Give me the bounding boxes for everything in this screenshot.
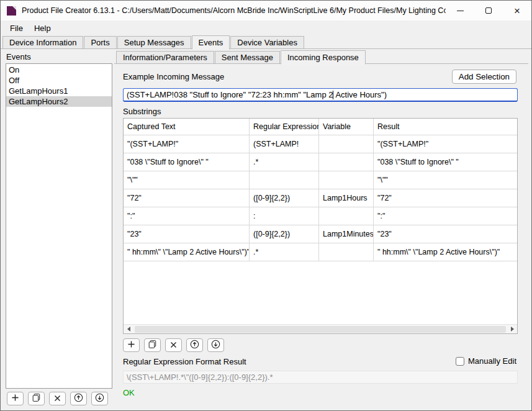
scroll-right-button[interactable] [507,325,517,334]
cell-variable[interactable] [319,171,374,189]
minimize-button[interactable] [446,1,474,20]
tab-information-parameters[interactable]: Information/Parameters [116,51,214,64]
table-row[interactable]: ":" : ":" [124,207,517,225]
tab-ports[interactable]: Ports [84,36,116,49]
response-tab-bar: Information/Parameters Sent Message Inco… [116,50,366,64]
cell-variable[interactable] [319,153,374,171]
duplicate-substring-button[interactable] [144,338,161,352]
cell-captured-text[interactable]: "(SST+LAMP!" [124,135,250,153]
substrings-toolbar [123,338,224,352]
cell-regular-expression[interactable]: .* [250,243,319,261]
cell-variable[interactable] [319,243,374,261]
cell-captured-text[interactable]: ":" [124,207,250,225]
arrow-down-circle-icon [211,340,220,351]
add-substring-button[interactable] [123,338,140,352]
arrow-up-circle-icon [190,340,199,351]
add-selection-button[interactable]: Add Selection [452,70,516,84]
titlebar: Product File Creator 6.13.1 - C:/Users/M… [1,1,531,20]
window-title: Product File Creator 6.13.1 - C:/Users/M… [22,6,446,15]
cell-result[interactable]: ":" [374,207,517,225]
list-item-getlamphours2[interactable]: GetLampHours2 [6,96,112,107]
menu-file[interactable]: File [4,22,29,35]
manually-edit-control[interactable]: Manually Edit [456,356,516,366]
delete-icon [170,341,177,350]
cell-captured-text[interactable]: "\"" [124,171,250,189]
cell-result[interactable]: "(SST+LAMP!" [374,135,517,153]
manually-edit-label: Manually Edit [468,356,516,366]
substrings-label: Substrings [123,107,161,117]
table-row[interactable]: " hh:mm\" \"Lamp 2 Active Hours\")" .* "… [124,243,517,261]
add-event-button[interactable] [7,392,24,405]
input-text-before-caret: (SST+LAMP!038 "Stuff to Ignore" "72:23 h… [127,90,333,99]
events-list[interactable]: On Off GetLampHours1 GetLampHours2 [6,63,112,389]
delete-substring-button[interactable] [165,338,182,352]
maximize-button[interactable] [474,1,503,20]
table-row[interactable]: "72" ([0-9]{2,2}) Lamp1Hours "72" [124,189,517,207]
menu-help[interactable]: Help [29,22,56,35]
cell-captured-text[interactable]: "72" [124,189,250,207]
cell-result[interactable]: "72" [374,189,517,207]
move-substring-down-button[interactable] [207,338,224,352]
triangle-left-icon [127,327,130,332]
minimize-icon [457,11,464,11]
cell-captured-text[interactable]: " hh:mm\" \"Lamp 2 Active Hours\")" [124,243,250,261]
table-row[interactable]: "23" ([0-9]{2,2}) Lamp1Minutes "23" [124,225,517,243]
header-variable: Variable [319,119,374,135]
cell-result[interactable]: "038 \"Stuff to Ignore\" " [374,153,517,171]
table-row[interactable]: "\"" "\"" [124,171,517,189]
example-incoming-message-label: Example Incoming Message [123,72,224,82]
cell-result[interactable]: "\"" [374,171,517,189]
cell-captured-text[interactable]: "23" [124,225,250,243]
app-window: Product File Creator 6.13.1 - C:/Users/M… [0,0,532,411]
scroll-left-button[interactable] [124,325,133,334]
delete-icon [54,394,61,404]
cell-captured-text[interactable]: "038 \"Stuff to Ignore\" " [124,153,250,171]
list-item-on[interactable]: On [6,65,112,75]
header-regular-expression: Regular Expression [250,119,319,135]
triangle-right-icon [511,327,514,332]
scrollbar-thumb[interactable] [135,326,506,333]
cell-regular-expression[interactable]: ([0-9]{2,2}) [250,189,319,207]
move-event-up-button[interactable] [70,392,87,405]
tab-setup-messages[interactable]: Setup Messages [117,36,191,49]
cell-regular-expression[interactable]: ([0-9]{2,2}) [250,225,319,243]
cell-variable[interactable] [319,207,374,225]
plus-icon [11,394,19,404]
close-button[interactable]: × [503,1,531,20]
cell-variable[interactable] [319,135,374,153]
main-tab-bar: Device Information Ports Setup Messages … [2,35,305,49]
delete-event-button[interactable] [49,392,66,405]
table-row[interactable]: "038 \"Stuff to Ignore\" " .* "038 \"Stu… [124,153,517,171]
tab-sent-message[interactable]: Sent Message [215,51,280,64]
tab-device-variables[interactable]: Device Variables [230,36,304,49]
events-toolbar [7,392,108,405]
tab-device-information[interactable]: Device Information [2,36,83,49]
events-panel-label: Events [6,52,31,61]
cell-regular-expression[interactable]: : [250,207,319,225]
table-row[interactable]: "(SST+LAMP!" (SST+LAMP! "(SST+LAMP!" [124,135,517,153]
cell-result[interactable]: "23" [374,225,517,243]
cell-regular-expression[interactable] [250,171,319,189]
cell-variable[interactable]: Lamp1Hours [319,189,374,207]
cell-regular-expression[interactable]: (SST+LAMP! [250,135,319,153]
app-icon [7,6,16,16]
tab-incoming-response[interactable]: Incoming Response [281,50,366,65]
tab-events[interactable]: Events [192,35,230,50]
list-item-off[interactable]: Off [6,75,112,86]
duplicate-event-button[interactable] [28,392,45,405]
arrow-up-circle-icon [74,393,83,404]
plus-icon [127,340,135,350]
regex-format-result-field: \(SST\+LAMP!.*\"([0-9]{2,2}):([0-9]{2,2}… [123,371,518,384]
cell-regular-expression[interactable]: .* [250,153,319,171]
cell-result[interactable]: " hh:mm\" \"Lamp 2 Active Hours\")" [374,243,517,261]
regex-format-result-label: Regular Expression Format Result [123,357,246,367]
manually-edit-checkbox[interactable] [456,357,464,366]
example-incoming-message-input[interactable]: (SST+LAMP!038 "Stuff to Ignore" "72:23 h… [123,88,518,102]
move-substring-up-button[interactable] [186,338,203,352]
input-text-after-caret: Active Hours") [333,90,387,99]
list-item-getlamphours1[interactable]: GetLampHours1 [6,86,112,96]
menubar: File Help [1,20,531,35]
horizontal-scrollbar[interactable] [124,324,517,333]
move-event-down-button[interactable] [91,392,108,405]
cell-variable[interactable]: Lamp1Minutes [319,225,374,243]
